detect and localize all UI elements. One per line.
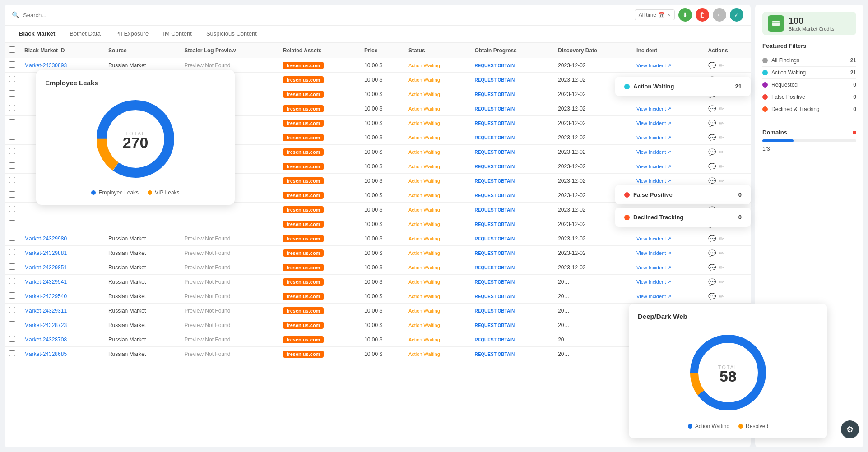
comment-icon[interactable]: 💬 <box>708 134 716 141</box>
cell-obtain[interactable]: REQUEST OBTAIN <box>470 275 553 289</box>
row-checkbox[interactable] <box>9 148 15 154</box>
request-obtain-btn[interactable]: REQUEST OBTAIN <box>474 251 515 256</box>
back-btn[interactable]: ← <box>713 8 726 22</box>
tab-suspicious-content[interactable]: Suspicious Content <box>199 26 264 42</box>
request-obtain-btn[interactable]: REQUEST OBTAIN <box>474 309 515 314</box>
view-incident-link[interactable]: View Incident ↗ <box>636 63 671 68</box>
cell-obtain[interactable]: REQUEST OBTAIN <box>470 87 553 101</box>
request-obtain-btn[interactable]: REQUEST OBTAIN <box>474 121 515 126</box>
cell-obtain[interactable]: REQUEST OBTAIN <box>470 188 553 203</box>
view-incident-link[interactable]: View Incident ↗ <box>636 294 671 299</box>
cell-obtain[interactable]: REQUEST OBTAIN <box>470 304 553 318</box>
comment-icon[interactable]: 💬 <box>708 177 716 184</box>
edit-icon[interactable]: ✏ <box>719 235 724 242</box>
request-obtain-btn[interactable]: REQUEST OBTAIN <box>474 294 515 299</box>
comment-icon[interactable]: 💬 <box>708 278 716 286</box>
request-obtain-btn[interactable]: REQUEST OBTAIN <box>474 135 515 140</box>
row-checkbox[interactable] <box>9 76 15 82</box>
asset-badge[interactable]: fresenius.com <box>283 221 324 228</box>
delete-btn[interactable]: 🗑 <box>696 8 709 22</box>
cell-obtain[interactable]: REQUEST OBTAIN <box>470 318 553 332</box>
row-checkbox[interactable] <box>9 278 15 284</box>
asset-badge[interactable]: fresenius.com <box>283 235 324 242</box>
edit-icon[interactable]: ✏ <box>719 163 724 170</box>
asset-badge[interactable]: fresenius.com <box>283 307 324 314</box>
comment-icon[interactable]: 💬 <box>708 62 716 69</box>
domains-close-icon[interactable]: ■ <box>853 129 856 136</box>
edit-icon[interactable]: ✏ <box>719 148 724 156</box>
row-checkbox[interactable] <box>9 119 15 125</box>
cell-obtain[interactable]: REQUEST OBTAIN <box>470 260 553 275</box>
asset-badge[interactable]: fresenius.com <box>283 91 324 98</box>
comment-icon[interactable]: 💬 <box>708 235 716 242</box>
asset-badge[interactable]: fresenius.com <box>283 105 324 112</box>
close-time-icon[interactable]: ✕ <box>667 12 671 18</box>
tab-botnet-data[interactable]: Botnet Data <box>62 26 108 42</box>
row-checkbox[interactable] <box>9 220 15 226</box>
row-checkbox[interactable] <box>9 177 15 183</box>
cell-obtain[interactable]: REQUEST OBTAIN <box>470 203 553 217</box>
edit-icon[interactable]: ✏ <box>719 249 724 257</box>
asset-badge[interactable]: fresenius.com <box>283 264 324 271</box>
row-checkbox[interactable] <box>9 292 15 299</box>
asset-badge[interactable]: fresenius.com <box>283 336 324 343</box>
edit-icon[interactable]: ✏ <box>719 293 724 300</box>
row-checkbox[interactable] <box>9 235 15 241</box>
edit-icon[interactable]: ✏ <box>719 177 724 184</box>
filter-item[interactable]: False Positive 0 <box>762 91 856 103</box>
row-checkbox[interactable] <box>9 350 15 356</box>
request-obtain-btn[interactable]: REQUEST OBTAIN <box>474 323 515 328</box>
view-incident-link[interactable]: View Incident ↗ <box>636 250 671 256</box>
filter-item[interactable]: All Findings 21 <box>762 55 856 67</box>
view-incident-link[interactable]: View Incident ↗ <box>636 279 671 285</box>
request-obtain-btn[interactable]: REQUEST OBTAIN <box>474 236 515 241</box>
select-all-checkbox[interactable] <box>9 46 15 53</box>
asset-badge[interactable]: fresenius.com <box>283 177 324 184</box>
filter-item[interactable]: Declined & Tracking 0 <box>762 103 856 115</box>
asset-badge[interactable]: fresenius.com <box>283 351 324 358</box>
asset-badge[interactable]: fresenius.com <box>283 278 324 286</box>
asset-badge[interactable]: fresenius.com <box>283 322 324 329</box>
request-obtain-btn[interactable]: REQUEST OBTAIN <box>474 179 515 184</box>
asset-badge[interactable]: fresenius.com <box>283 192 324 199</box>
tab-pii-exposure[interactable]: PII Exposure <box>108 26 156 42</box>
edit-icon[interactable]: ✏ <box>719 120 724 127</box>
comment-icon[interactable]: 💬 <box>708 120 716 127</box>
view-incident-link[interactable]: View Incident ↗ <box>636 135 671 140</box>
comment-icon[interactable]: 💬 <box>708 105 716 112</box>
request-obtain-btn[interactable]: REQUEST OBTAIN <box>474 78 515 83</box>
asset-badge[interactable]: fresenius.com <box>283 293 324 300</box>
cell-obtain[interactable]: REQUEST OBTAIN <box>470 289 553 304</box>
row-checkbox[interactable] <box>9 206 15 212</box>
request-obtain-btn[interactable]: REQUEST OBTAIN <box>474 265 515 270</box>
row-checkbox[interactable] <box>9 105 15 111</box>
cell-obtain[interactable]: REQUEST OBTAIN <box>470 347 553 361</box>
search-input[interactable] <box>23 12 631 18</box>
settings-gear-button[interactable]: ⚙ <box>841 420 859 438</box>
asset-badge[interactable]: fresenius.com <box>283 148 324 156</box>
view-incident-link[interactable]: View Incident ↗ <box>636 236 671 241</box>
comment-icon[interactable]: 💬 <box>708 293 716 300</box>
row-checkbox[interactable] <box>9 61 15 68</box>
filter-item[interactable]: Action Waiting 21 <box>762 67 856 79</box>
row-checkbox[interactable] <box>9 90 15 97</box>
row-checkbox[interactable] <box>9 263 15 270</box>
filter-item[interactable]: Requested 0 <box>762 79 856 91</box>
edit-icon[interactable]: ✏ <box>719 105 724 112</box>
cell-obtain[interactable]: REQUEST OBTAIN <box>470 174 553 188</box>
view-incident-link[interactable]: View Incident ↗ <box>636 178 671 184</box>
edit-icon[interactable]: ✏ <box>719 134 724 141</box>
row-checkbox[interactable] <box>9 134 15 140</box>
request-obtain-btn[interactable]: REQUEST OBTAIN <box>474 193 515 198</box>
row-checkbox[interactable] <box>9 249 15 255</box>
request-obtain-btn[interactable]: REQUEST OBTAIN <box>474 150 515 155</box>
comment-icon[interactable]: 💬 <box>708 264 716 271</box>
asset-badge[interactable]: fresenius.com <box>283 62 324 69</box>
edit-icon[interactable]: ✏ <box>719 264 724 271</box>
comment-icon[interactable]: 💬 <box>708 163 716 170</box>
cell-obtain[interactable]: REQUEST OBTAIN <box>470 159 553 174</box>
request-obtain-btn[interactable]: REQUEST OBTAIN <box>474 92 515 97</box>
asset-badge[interactable]: fresenius.com <box>283 76 324 83</box>
request-obtain-btn[interactable]: REQUEST OBTAIN <box>474 222 515 227</box>
cell-obtain[interactable]: REQUEST OBTAIN <box>470 73 553 87</box>
